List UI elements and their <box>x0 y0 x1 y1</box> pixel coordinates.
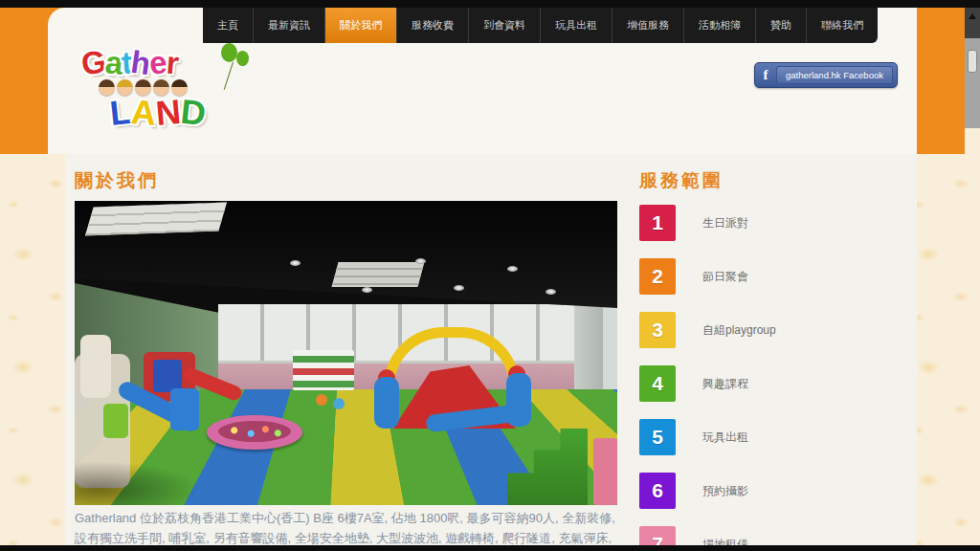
logo-letter: D <box>179 92 208 134</box>
service-label: 玩具出租 <box>702 430 748 446</box>
nav-item-4[interactable]: 到會資料 <box>469 8 541 43</box>
photo-slide-ladder-panel <box>153 360 182 392</box>
main-nav: 主頁最新資訊關於我們服務收費到會資料玩具出租增值服務活動相簿贊助聯絡我們 <box>203 8 878 43</box>
castle-blue-bumper <box>374 377 399 429</box>
photo-ceiling-light <box>362 287 372 293</box>
photo-bouncy-castle <box>376 327 531 434</box>
service-label: 生日派對 <box>702 215 748 231</box>
balloon-icon <box>221 43 237 62</box>
photo-ac-vent <box>85 203 227 236</box>
nav-item-9[interactable]: 聯絡我們 <box>807 8 878 43</box>
nav-item-8[interactable]: 贊助 <box>756 8 807 43</box>
nav-item-6[interactable]: 增值服務 <box>612 8 684 43</box>
facebook-label: gatherland.hk Facebook <box>776 66 893 84</box>
nav-item-7[interactable]: 活動相簿 <box>684 8 756 43</box>
facebook-button[interactable]: f gatherland.hk Facebook <box>754 62 898 88</box>
photo-ceiling-light <box>290 260 301 266</box>
kid-hair <box>135 79 151 87</box>
photo-toy-ball <box>333 398 345 409</box>
services-list: 1生日派對2節日聚會3自組playgroup4興趣課程5玩具出租6預約攝影7場地… <box>639 205 907 551</box>
photo-foreground-shadow <box>75 461 199 505</box>
logo-gather-text: Gather <box>81 45 177 81</box>
bottom-black-bar <box>0 545 980 551</box>
service-row-1[interactable]: 1生日派對 <box>639 205 907 241</box>
photo-ceiling-light <box>546 289 556 295</box>
service-label: 自組playgroup <box>702 322 776 339</box>
photo-toy-structure <box>80 335 111 398</box>
service-number-tile[interactable]: 3 <box>639 312 676 348</box>
photo-ceiling-light <box>454 285 464 291</box>
photo-toy-shelf <box>293 350 354 390</box>
balloon-icon <box>236 51 249 66</box>
logo-letter: r <box>165 45 179 82</box>
service-label: 預約攝影 <box>702 483 748 499</box>
photo-ball-pool-inner <box>218 421 291 442</box>
kid-hair <box>171 79 188 87</box>
photo-ceiling-light <box>415 258 426 264</box>
service-number-tile[interactable]: 2 <box>639 258 676 295</box>
service-number-tile[interactable]: 6 <box>639 473 676 509</box>
service-row-4[interactable]: 4興趣課程 <box>639 365 907 402</box>
kid-hair <box>153 79 169 87</box>
nav-item-2[interactable]: 關於我們 <box>325 8 397 43</box>
top-black-bar <box>0 0 980 8</box>
nav-item-1[interactable]: 最新資訊 <box>254 8 325 43</box>
service-number-tile[interactable]: 1 <box>639 205 676 241</box>
photo-ceiling-light <box>507 266 518 272</box>
photo-toy-ball <box>316 394 327 406</box>
photo-foam-block <box>593 438 617 505</box>
scrollbar-thumb[interactable] <box>968 50 977 73</box>
scroll-up-arrow-icon[interactable] <box>969 13 976 19</box>
photo-ac-vent <box>332 262 425 287</box>
nav-item-0[interactable]: 主頁 <box>203 8 254 43</box>
service-row-2[interactable]: 2節日聚會 <box>639 258 907 295</box>
service-row-5[interactable]: 5玩具出租 <box>639 419 907 455</box>
logo-letter: A <box>130 92 158 134</box>
service-number-tile[interactable]: 4 <box>639 365 676 402</box>
service-row-3[interactable]: 3自組playgroup <box>639 312 907 348</box>
services-section-title: 服務範圍 <box>639 168 724 193</box>
logo-land-text: LAND <box>110 93 206 133</box>
service-row-6[interactable]: 6預約攝影 <box>639 473 907 509</box>
photo-blue-slide-base <box>170 388 199 430</box>
nav-item-3[interactable]: 服務收費 <box>397 8 469 43</box>
nav-item-5[interactable]: 玩具出租 <box>541 8 612 43</box>
kid-hair <box>99 79 115 87</box>
photo-toy-structure <box>103 404 128 438</box>
service-label: 興趣課程 <box>702 376 748 392</box>
kid-hair <box>117 79 133 87</box>
site-logo[interactable]: Gather LAND <box>81 45 263 141</box>
balloon-string <box>224 62 234 90</box>
facebook-icon: f <box>755 67 776 83</box>
service-number-tile[interactable]: 5 <box>639 419 676 455</box>
about-section-title: 關於我們 <box>75 168 159 193</box>
playroom-photo <box>75 201 617 505</box>
scrollbar-top-segment <box>965 8 980 38</box>
service-label: 節日聚會 <box>702 269 748 285</box>
